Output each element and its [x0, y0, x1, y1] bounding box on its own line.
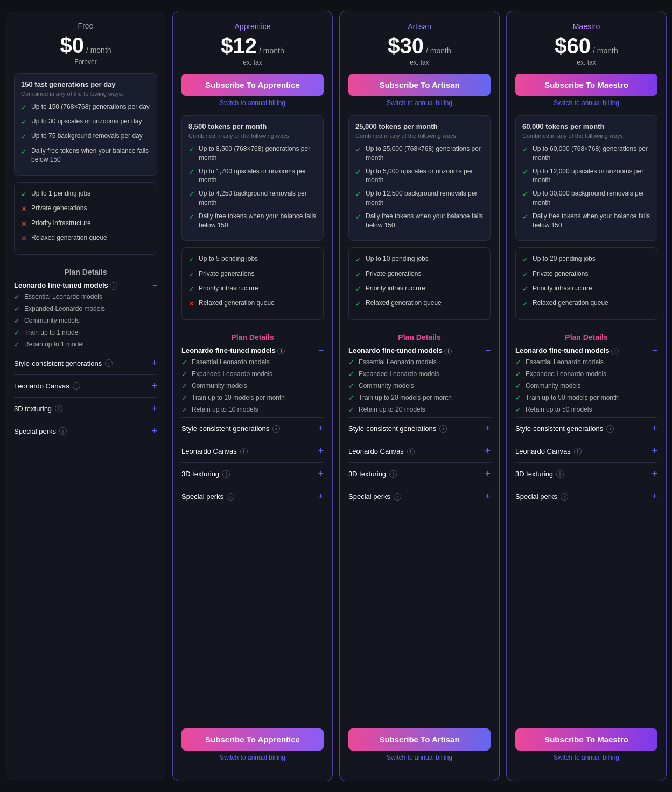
expandable-row-maestro-3[interactable]: Special perks i+ [515, 485, 657, 508]
expandable-info-apprentice-3[interactable]: i [227, 493, 234, 501]
finetune-info-maestro[interactable]: i [611, 348, 619, 355]
expandable-plus-artisan-3[interactable]: + [485, 491, 491, 502]
subscribe-btn-top-artisan[interactable]: Subscribe To Artisan [348, 74, 491, 96]
expandable-plus-free-0[interactable]: + [151, 358, 157, 369]
subscribe-btn-bottom-maestro[interactable]: Subscribe To Maestro [515, 728, 657, 751]
expandable-plus-maestro-3[interactable]: + [652, 491, 657, 502]
expandable-row-free-2[interactable]: 3D texturing i+ [14, 397, 157, 420]
expandable-info-artisan-0[interactable]: i [439, 425, 447, 433]
finetune-info-artisan[interactable]: i [444, 348, 452, 355]
plan-card-free: Free$0/ monthForever150 fast generations… [5, 11, 166, 781]
expandable-plus-apprentice-2[interactable]: + [318, 468, 324, 480]
plan-price-artisan: $30/ month [348, 35, 491, 57]
expandable-label-maestro-2: 3D texturing i [515, 470, 564, 478]
switch-annual-bottom-maestro[interactable]: Switch to annual billing [515, 754, 657, 761]
token-feature-apprentice-2: ✓Up to 4,250 background removals per mon… [188, 189, 317, 207]
expandable-row-artisan-0[interactable]: Style-consistent generations i+ [348, 417, 491, 440]
finetune-row-free: Leonardo fine-tuned models i− [14, 281, 157, 290]
expandable-row-apprentice-0[interactable]: Style-consistent generations i+ [181, 417, 324, 440]
expandable-info-artisan-3[interactable]: i [394, 493, 401, 501]
finetune-info-apprentice[interactable]: i [277, 348, 285, 355]
finetune-collapse-artisan[interactable]: − [486, 346, 491, 356]
switch-annual-bottom-artisan[interactable]: Switch to annual billing [348, 754, 491, 761]
expandable-label-maestro-0: Style-consistent generations i [515, 425, 614, 433]
check-icon: ✓ [181, 406, 187, 414]
expandable-plus-artisan-0[interactable]: + [485, 423, 491, 434]
expandable-info-artisan-2[interactable]: i [389, 470, 397, 478]
finetune-feature-artisan-0: ✓Essential Leonardo models [348, 358, 491, 366]
expandable-row-maestro-0[interactable]: Style-consistent generations i+ [515, 417, 657, 440]
expandable-info-maestro-1[interactable]: i [574, 448, 582, 455]
finetune-title-free: Leonardo fine-tuned models i [14, 281, 117, 290]
finetune-collapse-maestro[interactable]: − [653, 346, 657, 356]
switch-annual-top-apprentice[interactable]: Switch to annual billing [181, 99, 324, 107]
switch-annual-top-maestro[interactable]: Switch to annual billing [515, 99, 657, 107]
expandable-plus-maestro-0[interactable]: + [652, 423, 657, 434]
check-icon: ✓ [188, 284, 194, 294]
expandable-row-free-0[interactable]: Style-consistent generations i+ [14, 352, 157, 374]
expandable-label-free-3: Special perks i [14, 427, 67, 435]
expandable-plus-maestro-1[interactable]: + [652, 446, 657, 457]
switch-annual-bottom-apprentice[interactable]: Switch to annual billing [181, 754, 324, 761]
pricing-grid: Free$0/ monthForever150 fast generations… [5, 11, 667, 781]
check-icon: ✓ [515, 406, 521, 414]
finetune-row-maestro: Leonardo fine-tuned models i− [515, 346, 657, 356]
expandable-row-artisan-2[interactable]: 3D texturing i+ [348, 462, 491, 485]
expandable-plus-free-2[interactable]: + [151, 403, 157, 414]
expandable-row-apprentice-1[interactable]: Leonardo Canvas i+ [181, 440, 324, 462]
pending-feature-maestro-1: ✓Private generations [522, 269, 650, 280]
check-icon: ✓ [355, 145, 361, 155]
check-icon: ✓ [355, 168, 361, 177]
expandable-row-artisan-1[interactable]: Leonardo Canvas i+ [348, 440, 491, 462]
expandable-info-free-1[interactable]: i [73, 382, 80, 390]
subscribe-btn-bottom-artisan[interactable]: Subscribe To Artisan [348, 728, 491, 751]
finetune-collapse-free[interactable]: − [152, 281, 157, 290]
expandable-label-free-2: 3D texturing i [14, 405, 62, 413]
expandable-row-artisan-3[interactable]: Special perks i+ [348, 485, 491, 508]
pending-feature-artisan-1: ✓Private generations [355, 269, 484, 280]
tokens-box-free: 150 fast generations per dayCombined in … [14, 73, 157, 176]
switch-annual-top-artisan[interactable]: Switch to annual billing [348, 99, 491, 107]
expandable-plus-free-3[interactable]: + [151, 426, 157, 437]
subscribe-btn-top-apprentice[interactable]: Subscribe To Apprentice [181, 74, 324, 96]
subscribe-btn-bottom-apprentice[interactable]: Subscribe To Apprentice [181, 728, 324, 751]
expandable-info-free-2[interactable]: i [55, 405, 62, 412]
check-icon: ✓ [348, 406, 354, 414]
check-icon: ✓ [355, 255, 361, 265]
expandable-label-maestro-1: Leonardo Canvas i [515, 447, 582, 455]
expandable-row-apprentice-3[interactable]: Special perks i+ [181, 485, 324, 508]
expandable-plus-apprentice-0[interactable]: + [318, 423, 324, 434]
expandable-plus-artisan-1[interactable]: + [485, 446, 491, 457]
expandable-label-apprentice-1: Leonardo Canvas i [181, 447, 248, 455]
plan-period-artisan: / month [426, 46, 451, 55]
expandable-plus-artisan-2[interactable]: + [485, 468, 491, 480]
finetune-collapse-apprentice[interactable]: − [319, 346, 324, 356]
expandable-row-free-3[interactable]: Special perks i+ [14, 420, 157, 442]
expandable-plus-apprentice-3[interactable]: + [318, 491, 324, 502]
expandable-plus-apprentice-1[interactable]: + [318, 446, 324, 457]
plan-subperiod-apprentice: ex. tax [181, 59, 324, 66]
expandable-plus-free-1[interactable]: + [151, 380, 157, 392]
plan-card-apprentice: Apprentice$12/ monthex. taxSubscribe To … [172, 11, 333, 781]
finetune-feature-maestro-1: ✓Expanded Leonardo models [515, 370, 657, 378]
expandable-info-apprentice-1[interactable]: i [240, 448, 248, 455]
expandable-row-apprentice-2[interactable]: 3D texturing i+ [181, 462, 324, 485]
expandable-info-maestro-0[interactable]: i [606, 425, 614, 433]
expandable-info-apprentice-2[interactable]: i [222, 470, 230, 478]
expandable-info-free-0[interactable]: i [105, 359, 113, 367]
check-icon: ✓ [522, 255, 528, 265]
pending-feature-free-3: ✕Relaxed generation queue [21, 233, 150, 244]
expandable-info-apprentice-0[interactable]: i [272, 425, 280, 433]
subscribe-btn-top-maestro[interactable]: Subscribe To Maestro [515, 74, 657, 96]
expandable-info-maestro-3[interactable]: i [561, 493, 568, 501]
expandable-row-free-1[interactable]: Leonardo Canvas i+ [14, 374, 157, 397]
expandable-row-maestro-1[interactable]: Leonardo Canvas i+ [515, 440, 657, 462]
expandable-plus-maestro-2[interactable]: + [652, 468, 657, 480]
pending-feature-free-0: ✓Up to 1 pending jobs [21, 189, 150, 199]
expandable-info-free-3[interactable]: i [59, 427, 67, 435]
expandable-label-free-0: Style-consistent generations i [14, 359, 113, 367]
finetune-info-free[interactable]: i [110, 282, 117, 290]
expandable-info-maestro-2[interactable]: i [556, 470, 564, 478]
expandable-row-maestro-2[interactable]: 3D texturing i+ [515, 462, 657, 485]
expandable-info-artisan-1[interactable]: i [407, 448, 415, 455]
